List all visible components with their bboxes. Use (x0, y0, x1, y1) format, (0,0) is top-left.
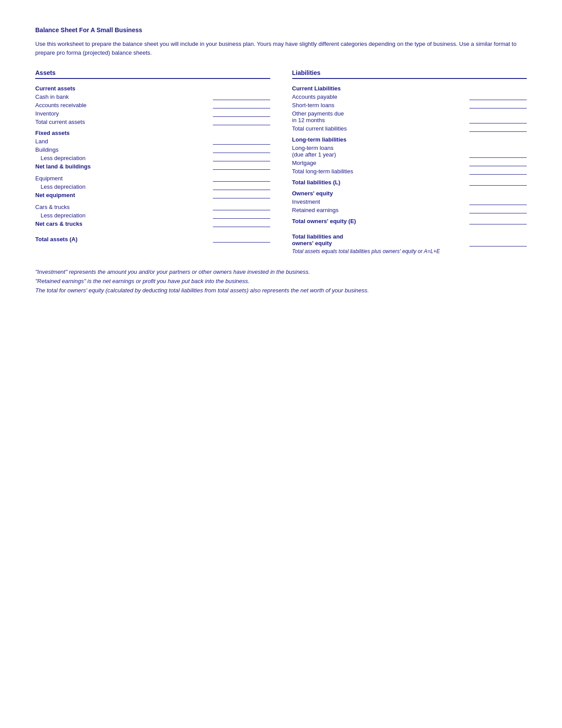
net-cars-trucks-field[interactable] (213, 221, 270, 227)
total-current-liabilities-label: Total current liabilities (292, 125, 470, 132)
inventory-label: Inventory (35, 110, 213, 117)
total-liabilities-equity-note: Total assets equals total liabilities pl… (292, 248, 527, 254)
total-liabilities-equity-section: Total liabilities and owners' equity Tot… (292, 233, 527, 254)
buildings-field[interactable] (213, 147, 270, 153)
equipment-label: Equipment (35, 175, 213, 182)
accounts-payable-field[interactable] (469, 94, 527, 100)
short-term-loans-row: Short-term loans (292, 102, 527, 108)
long-term-loans-label: Long-term loans (due after 1 year) (292, 145, 470, 158)
short-term-loans-label: Short-term loans (292, 102, 470, 108)
less-depreciation-cars-row: Less depreciation (35, 212, 270, 219)
total-long-term-label: Total long-term liabilities (292, 168, 470, 175)
accounts-receivable-row: Accounts receivable (35, 102, 270, 108)
total-current-liabilities-field[interactable] (469, 126, 527, 132)
less-depreciation-buildings-field[interactable] (213, 155, 270, 161)
liabilities-column: Liabilities Current Liabilities Accounts… (288, 69, 527, 254)
retained-earnings-row: Retained earnings (292, 207, 527, 213)
footer-notes: "Investment" represents the amount you a… (35, 268, 527, 295)
accounts-receivable-label: Accounts receivable (35, 102, 213, 108)
accounts-receivable-field[interactable] (213, 102, 270, 108)
mortgage-field[interactable] (469, 160, 527, 166)
total-owners-equity-label: Total owners' equity (E) (292, 218, 470, 224)
total-owners-equity-field[interactable] (469, 218, 527, 224)
cars-trucks-field[interactable] (213, 204, 270, 210)
net-land-buildings-field[interactable] (213, 164, 270, 170)
cash-in-bank-field[interactable] (213, 94, 270, 100)
total-liabilities-equity-row: Total liabilities and owners' equity (292, 233, 527, 246)
other-payments-label: Other payments due in 12 months (292, 110, 470, 123)
footer-note1: "Investment" represents the amount you a… (35, 268, 527, 277)
less-depreciation-equipment-field[interactable] (213, 184, 270, 190)
cash-in-bank-row: Cash in bank (35, 93, 270, 100)
less-depreciation-cars-field[interactable] (213, 213, 270, 219)
investment-row: Investment (292, 198, 527, 205)
total-liabilities-field[interactable] (469, 179, 527, 186)
mortgage-row: Mortgage (292, 160, 527, 166)
total-long-term-row: Total long-term liabilities (292, 168, 527, 175)
land-row: Land (35, 138, 270, 145)
long-term-title: Long-term liabilities (292, 136, 527, 143)
total-liabilities-row: Total liabilities (L) (292, 179, 527, 186)
total-owners-equity-row: Total owners' equity (E) (292, 218, 527, 224)
assets-header: Assets (35, 69, 270, 79)
total-current-assets-field[interactable] (213, 119, 270, 125)
net-land-buildings-label: Net land & buildings (35, 163, 213, 170)
total-liabilities-equity-field[interactable] (469, 240, 527, 246)
retained-earnings-label: Retained earnings (292, 207, 470, 213)
footer-note3: The total for owners' equity (calculated… (35, 286, 527, 295)
net-cars-trucks-row: Net cars & trucks (35, 220, 270, 227)
assets-column: Assets Current assets Cash in bank Accou… (35, 69, 288, 254)
long-term-loans-field[interactable] (469, 152, 527, 158)
investment-label: Investment (292, 198, 470, 205)
current-assets-title: Current assets (35, 85, 270, 92)
liabilities-header: Liabilities (292, 69, 527, 79)
cars-trucks-label: Cars & trucks (35, 204, 213, 210)
inventory-row: Inventory (35, 110, 270, 117)
footer-note2: "Retained earnings" is the net earnings … (35, 277, 527, 286)
net-cars-trucks-label: Net cars & trucks (35, 220, 213, 227)
accounts-payable-row: Accounts payable (292, 93, 527, 100)
land-label: Land (35, 138, 213, 145)
net-equipment-label: Net equipment (35, 192, 213, 198)
accounts-payable-label: Accounts payable (292, 93, 470, 100)
net-land-buildings-row: Net land & buildings (35, 163, 270, 170)
buildings-label: Buildings (35, 146, 213, 153)
intro-text: Use this worksheet to prepare the balanc… (35, 40, 527, 57)
owners-equity-title: Owners' equity (292, 190, 527, 197)
total-assets-label: Total assets (A) (35, 236, 78, 243)
less-depreciation-equipment-label: Less depreciation (41, 183, 213, 190)
cash-in-bank-label: Cash in bank (35, 93, 213, 100)
net-equipment-field[interactable] (213, 192, 270, 198)
other-payments-row: Other payments due in 12 months (292, 110, 527, 123)
net-equipment-row: Net equipment (35, 192, 270, 198)
cars-trucks-row: Cars & trucks (35, 204, 270, 210)
less-depreciation-cars-label: Less depreciation (41, 212, 213, 219)
total-assets-row: Total assets (A) (35, 236, 270, 243)
less-depreciation-buildings-row: Less depreciation (35, 155, 270, 161)
current-liabilities-title: Current Liabilities (292, 85, 527, 92)
long-term-loans-row: Long-term loans (due after 1 year) (292, 145, 527, 158)
total-current-assets-row: Total current assets (35, 119, 270, 125)
less-depreciation-buildings-label: Less depreciation (41, 155, 213, 161)
total-assets-field[interactable] (213, 236, 270, 243)
fixed-assets-title: Fixed assets (35, 130, 270, 136)
inventory-field[interactable] (213, 111, 270, 117)
equipment-row: Equipment (35, 175, 270, 182)
buildings-row: Buildings (35, 146, 270, 153)
investment-field[interactable] (469, 199, 527, 205)
total-liabilities-label: Total liabilities (L) (292, 179, 470, 186)
total-long-term-field[interactable] (469, 168, 527, 175)
less-depreciation-equipment-row: Less depreciation (35, 183, 270, 190)
other-payments-field[interactable] (469, 117, 527, 123)
total-current-assets-label: Total current assets (35, 119, 213, 125)
land-field[interactable] (213, 138, 270, 145)
short-term-loans-field[interactable] (469, 102, 527, 108)
retained-earnings-field[interactable] (469, 207, 527, 213)
total-current-liabilities-row: Total current liabilities (292, 125, 527, 132)
page-title: Balance Sheet For A Small Business (35, 26, 527, 34)
total-liabilities-equity-label: Total liabilities and owners' equity (292, 233, 470, 246)
mortgage-label: Mortgage (292, 160, 470, 166)
equipment-field[interactable] (213, 175, 270, 182)
